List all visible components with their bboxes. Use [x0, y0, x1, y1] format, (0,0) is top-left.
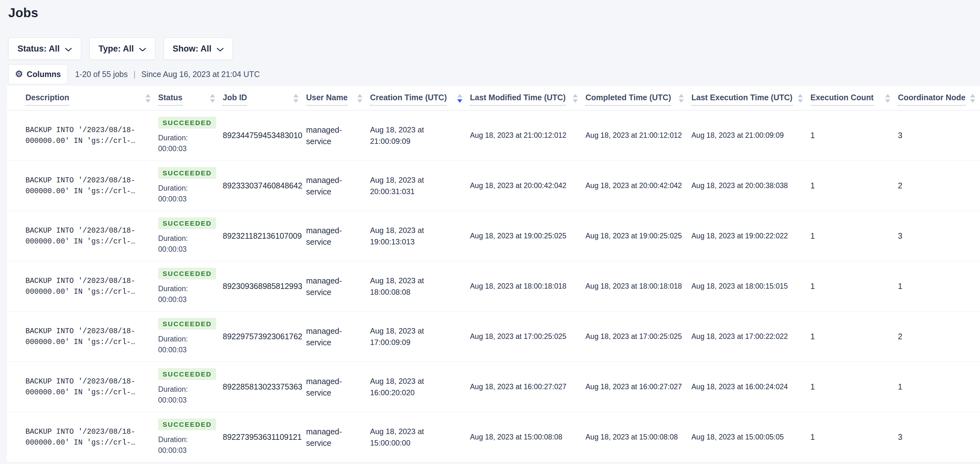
- sort-arrows-icon[interactable]: [573, 94, 578, 103]
- sort-arrows-icon[interactable]: [210, 94, 215, 103]
- user-name: managed-service: [306, 325, 354, 348]
- job-description-link[interactable]: BACKUP INTO '/2023/08/18- 000000.00' IN …: [25, 426, 149, 448]
- type-filter-label: Type: All: [99, 44, 134, 54]
- since-text: Since Aug 16, 2023 at 21:04 UTC: [141, 70, 259, 79]
- table-row: BACKUP INTO '/2023/08/18- 000000.00' IN …: [7, 362, 980, 412]
- last-modified-time: Aug 18, 2023 at 17:00:25:025: [470, 312, 585, 362]
- sort-arrows-icon[interactable]: [457, 94, 462, 103]
- execution-count: 1: [810, 312, 898, 362]
- creation-time: Aug 18, 2023 at 17:00:09:09: [370, 325, 459, 348]
- coordinator-node: 3: [898, 110, 980, 161]
- column-header-execution-count[interactable]: Execution Count: [810, 86, 898, 110]
- job-description-link[interactable]: BACKUP INTO '/2023/08/18- 000000.00' IN …: [25, 376, 149, 398]
- user-name: managed-service: [306, 426, 354, 449]
- table-row: BACKUP INTO '/2023/08/18- 000000.00' IN …: [7, 211, 980, 261]
- status-filter-label: Status: All: [18, 44, 60, 54]
- last-modified-time: Aug 18, 2023 at 16:00:27:027: [470, 362, 585, 412]
- column-header-coordinator-node[interactable]: Coordinator Node: [898, 86, 980, 110]
- columns-button-label: Columns: [27, 70, 61, 79]
- job-id-link[interactable]: 892321182136107009: [223, 231, 302, 240]
- column-header-description[interactable]: Description: [7, 86, 158, 110]
- chevron-down-icon: [139, 44, 146, 54]
- coordinator-node: 2: [898, 161, 980, 211]
- sort-arrows-icon[interactable]: [798, 94, 803, 103]
- table-row: BACKUP INTO '/2023/08/18- 000000.00' IN …: [7, 312, 980, 362]
- sort-arrows-icon[interactable]: [885, 94, 890, 103]
- column-header-user-name[interactable]: User Name: [306, 86, 370, 110]
- sort-arrows-icon[interactable]: [679, 94, 684, 103]
- column-header-last-execution-time[interactable]: Last Execution Time (UTC): [691, 86, 810, 110]
- sort-arrows-icon[interactable]: [357, 94, 363, 103]
- status-filter-dropdown[interactable]: Status: All: [8, 38, 81, 60]
- job-duration: Duration: 00:00:03: [158, 233, 199, 255]
- status-badge: SUCCEEDED: [158, 268, 216, 279]
- job-id-link[interactable]: 892285813023375363: [223, 382, 302, 391]
- table-row: BACKUP INTO '/2023/08/18- 000000.00' IN …: [7, 261, 980, 312]
- completed-time: Aug 18, 2023 at 15:00:08:08: [585, 412, 691, 462]
- completed-time: Aug 18, 2023 at 17:00:25:025: [585, 312, 691, 362]
- job-id-link[interactable]: 892273953631109121: [223, 432, 302, 442]
- job-duration: Duration: 00:00:03: [158, 384, 199, 405]
- job-description-link[interactable]: BACKUP INTO '/2023/08/18- 000000.00' IN …: [25, 326, 149, 348]
- last-execution-time: Aug 18, 2023 at 18:00:15:015: [691, 261, 810, 312]
- job-description-link[interactable]: BACKUP INTO '/2023/08/18- 000000.00' IN …: [25, 175, 149, 197]
- status-badge: SUCCEEDED: [158, 368, 216, 380]
- user-name: managed-service: [306, 174, 354, 197]
- column-header-status[interactable]: Status: [158, 86, 223, 110]
- status-badge: SUCCEEDED: [158, 217, 216, 229]
- jobs-table: Description Status Job ID User Name Crea…: [7, 86, 980, 462]
- creation-time: Aug 18, 2023 at 20:00:31:031: [370, 174, 459, 197]
- creation-time: Aug 18, 2023 at 18:00:08:08: [370, 275, 459, 298]
- show-filter-label: Show: All: [173, 44, 212, 54]
- page-title: Jobs: [8, 6, 38, 20]
- coordinator-node: 1: [898, 261, 980, 312]
- user-name: managed-service: [306, 275, 354, 298]
- job-duration: Duration: 00:00:03: [158, 132, 199, 154]
- last-modified-time: Aug 18, 2023 at 21:00:12:012: [470, 110, 585, 161]
- job-description-link[interactable]: BACKUP INTO '/2023/08/18- 000000.00' IN …: [25, 276, 149, 297]
- last-modified-time: Aug 18, 2023 at 19:00:25:025: [470, 211, 585, 261]
- job-duration: Duration: 00:00:03: [158, 434, 199, 456]
- last-execution-time: Aug 18, 2023 at 21:00:09:09: [691, 110, 810, 161]
- sort-arrows-icon[interactable]: [145, 94, 151, 103]
- creation-time: Aug 18, 2023 at 19:00:13:013: [370, 225, 459, 247]
- jobs-page: Jobs Status: All Type: All Show: All ⚙ C…: [0, 0, 980, 464]
- sort-arrows-icon[interactable]: [293, 94, 299, 103]
- job-id-link[interactable]: 892309368985812993: [223, 282, 302, 290]
- last-modified-time: Aug 18, 2023 at 20:00:42:042: [470, 161, 585, 211]
- last-execution-time: Aug 18, 2023 at 17:00:22:022: [691, 312, 810, 362]
- completed-time: Aug 18, 2023 at 16:00:27:027: [585, 362, 691, 412]
- sort-arrows-icon[interactable]: [970, 94, 975, 103]
- show-filter-dropdown[interactable]: Show: All: [164, 38, 233, 60]
- job-id-link[interactable]: 892344759453483010: [223, 131, 302, 140]
- jobs-count-text: 1-20 of 55 jobs: [75, 70, 127, 79]
- status-badge: SUCCEEDED: [158, 117, 216, 129]
- execution-count: 1: [810, 261, 898, 312]
- creation-time: Aug 18, 2023 at 15:00:00:00: [370, 426, 459, 449]
- column-header-last-modified-time[interactable]: Last Modified Time (UTC): [470, 86, 585, 110]
- gear-icon: ⚙: [15, 70, 23, 79]
- last-modified-time: Aug 18, 2023 at 15:00:08:08: [470, 412, 585, 462]
- last-execution-time: Aug 18, 2023 at 20:00:38:038: [691, 161, 810, 211]
- completed-time: Aug 18, 2023 at 20:00:42:042: [585, 161, 691, 211]
- execution-count: 1: [810, 161, 898, 211]
- user-name: managed-service: [306, 124, 354, 147]
- column-header-completed-time[interactable]: Completed Time (UTC): [585, 86, 691, 110]
- execution-count: 1: [810, 211, 898, 261]
- table-row: BACKUP INTO '/2023/08/18- 000000.00' IN …: [7, 110, 980, 161]
- coordinator-node: 1: [898, 362, 980, 412]
- job-description-link[interactable]: BACKUP INTO '/2023/08/18- 000000.00' IN …: [25, 225, 149, 247]
- columns-button[interactable]: ⚙ Columns: [8, 64, 67, 84]
- coordinator-node: 3: [898, 211, 980, 261]
- type-filter-dropdown[interactable]: Type: All: [89, 38, 155, 60]
- user-name: managed-service: [306, 376, 354, 399]
- column-header-job-id[interactable]: Job ID: [223, 86, 306, 110]
- chevron-down-icon: [65, 44, 72, 54]
- column-header-creation-time[interactable]: Creation Time (UTC): [370, 86, 470, 110]
- job-id-link[interactable]: 892297573923061762: [223, 332, 302, 341]
- job-description-link[interactable]: BACKUP INTO '/2023/08/18- 000000.00' IN …: [25, 125, 149, 147]
- status-badge: SUCCEEDED: [158, 418, 216, 430]
- table-toolbar: ⚙ Columns 1-20 of 55 jobs | Since Aug 16…: [8, 64, 259, 84]
- job-id-link[interactable]: 892333037460848642: [223, 181, 302, 190]
- filter-row: Status: All Type: All Show: All: [8, 38, 233, 60]
